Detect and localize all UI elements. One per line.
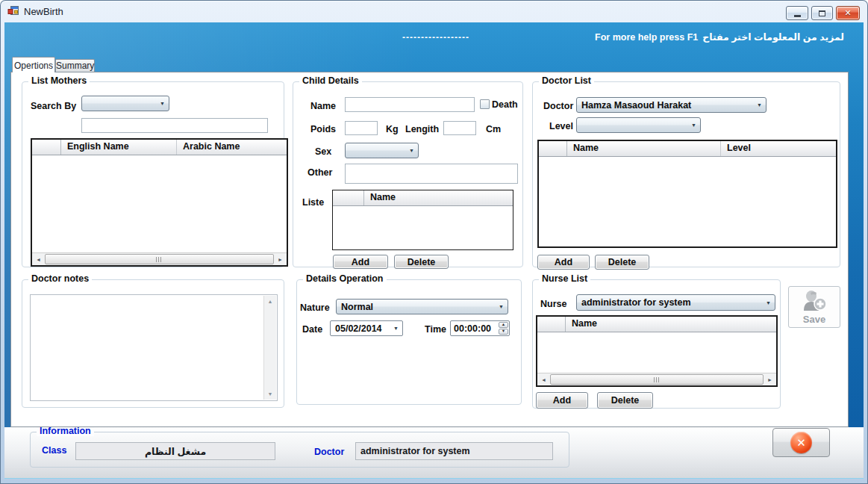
child-name-input[interactable] xyxy=(345,97,475,112)
group-doctor-list: Doctor List Doctor Hamza Masaoud Harakat… xyxy=(532,81,840,267)
bottom-panel: Information Class مشغل النظام Doctor adm… xyxy=(4,427,864,478)
group-nurse-list: Nurse List Nurse administrator for syste… xyxy=(532,279,781,409)
group-title: List Mothers xyxy=(28,75,90,86)
tab-opertions[interactable]: Opertions xyxy=(12,57,55,72)
date-label: Date xyxy=(302,324,322,335)
length-label: Lengith xyxy=(405,124,439,134)
add-nurse-button[interactable]: Add xyxy=(536,392,588,409)
save-label: Save xyxy=(803,314,825,325)
combo-value: Normal xyxy=(341,302,373,312)
scroll-right-icon[interactable]: ► xyxy=(274,253,287,265)
vertical-scrollbar[interactable]: ▲ ▼ xyxy=(263,296,276,400)
doctor-combobox[interactable]: Hamza Masaoud Harakat ▼ xyxy=(576,97,766,113)
grid-header: Name xyxy=(537,317,776,332)
form-background: ------------------ For more help press F… xyxy=(4,22,864,478)
row-header xyxy=(32,140,61,155)
tab-summary[interactable]: Summary xyxy=(55,59,95,72)
delete-child-button[interactable]: Delete xyxy=(394,255,449,269)
search-input[interactable] xyxy=(81,118,268,133)
nurse-label: Nurse xyxy=(540,299,566,309)
scroll-left-icon[interactable]: ◄ xyxy=(32,253,45,265)
notes-box: ▲ ▼ xyxy=(30,294,278,401)
save-button[interactable]: Save xyxy=(788,286,840,328)
column-english-name: English Name xyxy=(61,140,177,155)
name-label: Name xyxy=(310,101,336,111)
search-by-combobox[interactable]: ▼ xyxy=(81,96,169,111)
chevron-down-icon: ▼ xyxy=(160,101,169,106)
column-name: Name xyxy=(567,141,721,156)
grid-body xyxy=(333,206,513,249)
children-grid[interactable]: Name xyxy=(332,190,513,250)
maximize-button[interactable] xyxy=(811,6,833,20)
scrollbar-grip xyxy=(654,377,661,382)
group-list-mothers: List Mothers Search By ▼ English Name Ar… xyxy=(22,81,284,267)
help-text-en: For more help press F1 xyxy=(595,32,698,43)
sex-label: Sex xyxy=(315,146,331,157)
add-doctor-button[interactable]: Add xyxy=(537,255,590,270)
add-child-button[interactable]: Add xyxy=(333,255,388,269)
level-label: Level xyxy=(549,121,573,131)
poids-input[interactable] xyxy=(345,121,378,135)
other-input[interactable] xyxy=(345,164,518,184)
scroll-right-icon[interactable]: ► xyxy=(764,373,776,385)
group-title: Child Details xyxy=(299,75,362,86)
titlebar[interactable]: NewBirth ✕ xyxy=(0,0,868,22)
row-header xyxy=(333,190,364,205)
scrollbar-thumb[interactable] xyxy=(45,254,274,264)
nurse-combobox[interactable]: administrator for system ▼ xyxy=(576,294,775,311)
chevron-down-icon: ▼ xyxy=(409,148,418,153)
horizontal-scrollbar[interactable]: ◄ ► xyxy=(32,252,287,265)
spin-up-icon[interactable]: ▲ xyxy=(499,322,508,328)
kg-label: Kg xyxy=(386,124,399,134)
horizontal-scrollbar[interactable]: ◄ ► xyxy=(537,373,776,385)
time-spinner: ▲ ▼ xyxy=(498,321,509,335)
group-doctor-notes: Doctor notes ▲ ▼ xyxy=(22,279,284,408)
level-combobox[interactable]: ▼ xyxy=(576,117,701,133)
spin-down-icon[interactable]: ▼ xyxy=(499,329,508,335)
help-text: For more help press F1لمزيد من المعلومات… xyxy=(595,31,844,43)
death-checkbox[interactable] xyxy=(480,99,490,109)
nurses-grid[interactable]: Name ◄ ► xyxy=(536,315,778,387)
nature-combobox[interactable]: Normal ▼ xyxy=(336,299,508,314)
group-title: Nurse List xyxy=(539,273,590,284)
scroll-left-icon[interactable]: ◄ xyxy=(537,373,550,385)
app-window: NewBirth ✕ ------------------ For more h… xyxy=(0,0,868,484)
window-title: NewBirth xyxy=(24,6,63,17)
date-picker[interactable]: 05/02/2014 ▼ xyxy=(330,320,403,336)
grid-header: Name xyxy=(333,190,513,206)
minimize-icon xyxy=(794,15,801,17)
banner-separator: ------------------ xyxy=(402,32,469,43)
column-level: Level xyxy=(721,141,836,156)
add-person-icon xyxy=(802,290,827,312)
column-name: Name xyxy=(566,317,776,332)
chevron-down-icon: ▼ xyxy=(691,122,700,128)
minimize-button[interactable] xyxy=(786,6,808,20)
time-picker[interactable]: 00:00:00 ▲ ▼ xyxy=(450,320,510,336)
doctor-label: Doctor xyxy=(314,447,344,457)
close-window-button[interactable]: ✕ xyxy=(836,6,860,20)
close-circle-icon: ✕ xyxy=(790,432,812,453)
close-form-button[interactable]: ✕ xyxy=(772,428,830,457)
mothers-grid[interactable]: English Name Arabic Name ◄ ► xyxy=(31,138,288,267)
nature-label: Nature xyxy=(300,302,330,313)
group-title: Doctor List xyxy=(539,75,594,86)
doctor-notes-textarea[interactable] xyxy=(31,295,264,400)
chevron-down-icon: ▼ xyxy=(499,304,508,309)
date-value: 05/02/2014 xyxy=(335,323,382,334)
cm-label: Cm xyxy=(486,124,501,134)
doctor-value-box: administrator for system xyxy=(355,442,553,460)
group-title: Doctor notes xyxy=(28,273,92,284)
scroll-down-icon[interactable]: ▼ xyxy=(268,388,273,400)
sex-combobox[interactable]: ▼ xyxy=(345,143,419,158)
scroll-up-icon[interactable]: ▲ xyxy=(268,296,273,307)
column-arabic-name: Arabic Name xyxy=(177,140,287,155)
delete-doctor-button[interactable]: Delete xyxy=(595,255,649,270)
doctors-grid[interactable]: Name Level xyxy=(537,140,837,248)
combo-value: Hamza Masaoud Harakat xyxy=(581,100,691,111)
grid-body xyxy=(539,157,836,246)
length-input[interactable] xyxy=(443,121,476,135)
chevron-down-icon: ▼ xyxy=(766,300,775,305)
scrollbar-thumb[interactable] xyxy=(550,374,764,385)
row-header xyxy=(537,317,566,332)
delete-nurse-button[interactable]: Delete xyxy=(597,392,653,409)
